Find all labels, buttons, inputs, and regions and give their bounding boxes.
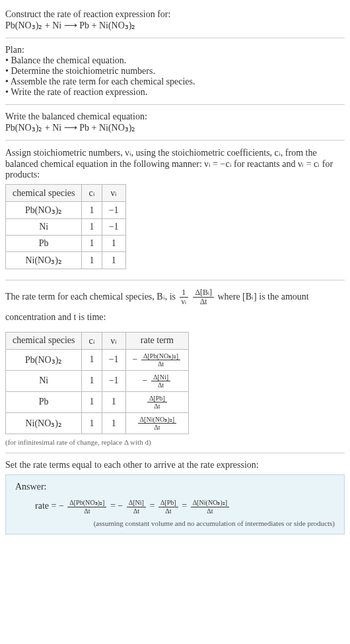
plan-item: • Determine the stoichiometric numbers. (5, 66, 345, 77)
frac-den: Δt (67, 507, 106, 515)
plan-title: Plan: (5, 45, 345, 55)
col-vi: νᵢ (102, 332, 125, 349)
frac-den: Δt (141, 360, 180, 368)
rate-frac: Δ[Pb(NO₃)₂] Δt (67, 499, 106, 514)
rate-frac: Δ[Pb(NO₃)₂] Δt (141, 352, 180, 368)
balanced-equation: Pb(NO₃)₂ + Ni ⟶ Pb + Ni(NO₃)₂ (5, 122, 345, 133)
cell-rate: − Δ[Pb(NO₃)₂] Δt (125, 349, 189, 370)
stoich-table: chemical species cᵢ νᵢ Pb(NO₃)₂ 1 −1 Ni … (5, 184, 126, 269)
plan-section: Plan: • Balance the chemical equation. •… (5, 41, 345, 102)
cell-vi: −1 (102, 219, 125, 236)
cell-ci: 1 (82, 202, 102, 219)
rate-frac: Δ[Ni(NO₃)₂] Δt (191, 499, 230, 514)
col-species: chemical species (6, 185, 82, 202)
rateterm-table: chemical species cᵢ νᵢ rate term Pb(NO₃)… (5, 332, 189, 435)
rate-frac: Δ[Pb] Δt (158, 499, 178, 514)
rate-frac: Δ[Pb] Δt (147, 395, 167, 410)
divider (5, 38, 345, 38)
rate-frac: Δ[Ni(NO₃)₂] Δt (138, 416, 177, 431)
col-species: chemical species (6, 332, 82, 349)
plan-item: • Assemble the rate term for each chemic… (5, 77, 345, 87)
frac-num: Δ[Pb] (158, 499, 178, 507)
cell-vi: 1 (102, 391, 125, 412)
rateterm-footnote: (for infinitesimal rate of change, repla… (5, 438, 345, 446)
divider (5, 104, 345, 105)
frac-num: Δ[Ni] (151, 373, 170, 381)
cell-ci: 1 (82, 370, 102, 391)
stoich-section: Assign stoichiometric numbers, νᵢ, using… (5, 143, 345, 277)
frac-den: Δt (151, 381, 170, 389)
table-header-row: chemical species cᵢ νᵢ rate term (6, 332, 189, 349)
frac-num: 1 (180, 288, 188, 298)
col-vi: νᵢ (102, 185, 125, 202)
cell-vi: −1 (102, 370, 125, 391)
col-ci: cᵢ (82, 185, 102, 202)
stoich-intro: Assign stoichiometric numbers, νᵢ, using… (5, 147, 345, 180)
cell-vi: −1 (102, 349, 125, 370)
frac-num: Δ[Ni] (127, 499, 146, 507)
frac-num: Δ[Pb(NO₃)₂] (67, 499, 106, 507)
cell-ci: 1 (82, 252, 102, 269)
cell-ci: 1 (82, 349, 102, 370)
balanced-section: Write the balanced chemical equation: Pb… (5, 108, 345, 137)
table-row: Ni 1 −1 (6, 219, 126, 236)
rateterm-intro: The rate term for each chemical species,… (5, 287, 345, 328)
frac-dbi-dt: Δ[Bᵢ] Δt (193, 288, 214, 306)
plan-item: • Balance the chemical equation. (5, 55, 345, 66)
table-row: Pb(NO₃)₂ 1 −1 − Δ[Pb(NO₃)₂] Δt (6, 349, 189, 370)
frac-den: Δt (127, 507, 146, 515)
neg-sign: − (59, 501, 64, 511)
divider (5, 140, 345, 141)
cell-rate: Δ[Pb] Δt (125, 391, 189, 412)
cell-species: Ni(NO₃)₂ (6, 413, 82, 434)
frac-one-over-vi: 1 νᵢ (180, 288, 188, 306)
neg-sign: − (118, 501, 123, 511)
col-ci: cᵢ (82, 332, 102, 349)
divider (5, 280, 345, 280)
table-row: Pb 1 1 Δ[Pb] Δt (6, 391, 189, 412)
cell-species: Pb(NO₃)₂ (6, 202, 82, 219)
frac-den: Δt (158, 507, 178, 515)
neg-sign: − (133, 354, 138, 364)
cell-species: Pb (6, 236, 82, 252)
final-section: Set the rate terms equal to each other t… (5, 456, 345, 538)
rateterm-section: The rate term for each chemical species,… (5, 283, 345, 450)
cell-vi: 1 (102, 413, 125, 434)
answer-box: Answer: rate = − Δ[Pb(NO₃)₂] Δt = − Δ[Ni… (5, 474, 345, 534)
col-rate: rate term (125, 332, 189, 349)
table-row: Ni(NO₃)₂ 1 1 (6, 252, 126, 269)
rate-frac: Δ[Ni] Δt (127, 499, 146, 514)
frac-den: Δt (138, 424, 177, 431)
cell-ci: 1 (82, 236, 102, 252)
frac-num: Δ[Pb(NO₃)₂] (141, 352, 180, 360)
cell-vi: −1 (102, 202, 125, 219)
frac-den: Δt (191, 507, 230, 515)
answer-prefix: rate = (35, 501, 59, 511)
prompt-section: Construct the rate of reaction expressio… (5, 5, 345, 35)
cell-species: Ni (6, 370, 82, 391)
frac-num: Δ[Bᵢ] (193, 288, 214, 298)
plan-item: • Write the rate of reaction expression. (5, 87, 345, 98)
frac-den: νᵢ (180, 298, 188, 306)
table-row: Pb 1 1 (6, 236, 126, 252)
prompt-equation: Pb(NO₃)₂ + Ni ⟶ Pb + Ni(NO₃)₂ (5, 20, 345, 31)
frac-num: Δ[Pb] (147, 395, 167, 402)
table-row: Ni(NO₃)₂ 1 1 Δ[Ni(NO₃)₂] Δt (6, 413, 189, 434)
cell-ci: 1 (82, 391, 102, 412)
frac-num: Δ[Ni(NO₃)₂] (138, 416, 177, 424)
frac-num: Δ[Ni(NO₃)₂] (191, 499, 230, 507)
final-title: Set the rate terms equal to each other t… (5, 460, 345, 470)
cell-vi: 1 (102, 236, 125, 252)
rateterm-intro-pre: The rate term for each chemical species,… (5, 292, 178, 302)
rate-frac: Δ[Ni] Δt (151, 373, 170, 389)
cell-ci: 1 (82, 413, 102, 434)
cell-ci: 1 (82, 219, 102, 236)
divider (5, 453, 345, 453)
neg-sign: − (142, 375, 147, 385)
frac-den: Δt (147, 402, 167, 410)
cell-species: Ni (6, 219, 82, 236)
cell-species: Pb (6, 391, 82, 412)
table-header-row: chemical species cᵢ νᵢ (6, 185, 126, 202)
prompt-title: Construct the rate of reaction expressio… (5, 9, 345, 20)
frac-den: Δt (193, 298, 214, 306)
